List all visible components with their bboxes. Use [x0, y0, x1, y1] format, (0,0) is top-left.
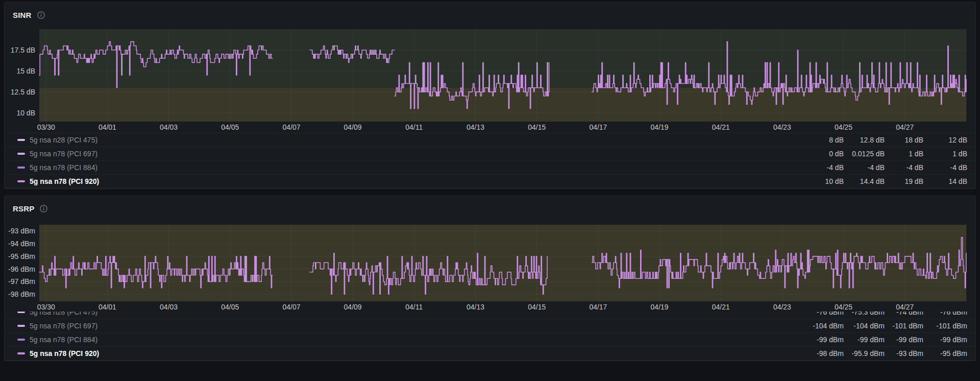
legend-value: -101 dBm	[885, 322, 923, 330]
legend-values: -4 dB-4 dB-4 dB-4 dB	[801, 163, 967, 172]
legend-value: -4 dB	[923, 163, 967, 172]
legend-value: 18 dB	[885, 136, 923, 144]
legend-value: -95.9 dBm	[844, 349, 885, 358]
x-axis-tick-label: 04/11	[405, 303, 423, 311]
x-axis-tick-label: 04/23	[773, 123, 791, 131]
sinr-legend: 5g nsa n28 (PCI 475)8 dB12.8 dB18 dB12 d…	[5, 133, 975, 188]
x-axis-tick-label: 04/19	[651, 123, 669, 131]
legend-item[interactable]: 5g nsa n78 (PCI 884)-99 dBm-99 dBm-99 dB…	[5, 332, 975, 346]
x-axis-tick-label: 04/03	[160, 123, 178, 131]
series-label[interactable]: 5g nsa n78 (PCI 920)	[30, 177, 99, 185]
x-axis-tick-label: 04/09	[344, 303, 362, 311]
x-axis-tick-label: 04/13	[467, 123, 484, 131]
legend-item[interactable]: 5g nsa n78 (PCI 697)0 dB0.0125 dB1 dB1 d…	[5, 147, 975, 160]
x-axis-tick-label: 04/07	[282, 123, 300, 131]
x-axis-tick-label: 04/17	[589, 303, 607, 311]
legend-values: 8 dB12.8 dB18 dB12 dB	[801, 136, 967, 144]
x-axis-tick-label: 03/30	[37, 123, 55, 131]
x-axis-tick-label: 04/21	[712, 303, 730, 311]
legend-item[interactable]: 5g nsa n78 (PCI 884)-4 dB-4 dB-4 dB-4 dB	[5, 160, 975, 174]
y-axis-tick-label: 12.5 dB	[11, 88, 35, 96]
legend-values: -104 dBm-104 dBm-101 dBm-101 dBm	[801, 322, 967, 330]
legend-value: -99 dBm	[801, 336, 844, 344]
y-axis-tick-label: 10 dB	[16, 109, 35, 117]
series-label[interactable]: 5g nsa n78 (PCI 920)	[30, 349, 99, 358]
x-axis-tick-label: 04/05	[221, 123, 239, 131]
panel-rsrp: RSRP -93 dBm-94 dBm-95 dBm-96 dBm-97 dBm…	[4, 196, 976, 361]
x-axis-tick-label: 04/25	[835, 303, 852, 311]
sinr-time-series-plot[interactable]: 17.5 dB15 dB12.5 dB10 dB03/3004/0104/030…	[5, 29, 975, 133]
threshold-zone	[39, 88, 966, 122]
legend-value: -99 dBm	[844, 336, 885, 344]
legend-item[interactable]: 5g nsa n28 (PCI 475)8 dB12.8 dB18 dB12 d…	[5, 133, 975, 147]
x-axis-tick-label: 04/17	[589, 123, 607, 131]
series-label[interactable]: 5g nsa n78 (PCI 697)	[30, 322, 97, 330]
x-axis-tick-label: 04/11	[405, 123, 423, 131]
panel-title[interactable]: RSRP	[13, 204, 34, 213]
series-color-marker[interactable]	[17, 325, 25, 327]
rsrp-legend: 5g nsa n28 (PCI 475)-76 dBm-75.3 dBm-74 …	[5, 305, 975, 361]
series-label[interactable]: 5g nsa n78 (PCI 884)	[30, 336, 97, 344]
legend-value: 12.8 dB	[844, 136, 885, 144]
info-icon-glyph	[37, 11, 45, 19]
x-axis-band	[5, 123, 975, 133]
legend-values: 0 dB0.0125 dB1 dB1 dB	[801, 150, 967, 158]
legend-item[interactable]: 5g nsa n78 (PCI 920)-98 dBm-95.9 dBm-93 …	[5, 346, 975, 360]
legend-value: 10 dB	[801, 177, 844, 185]
x-axis-tick-label: 04/23	[773, 303, 791, 311]
legend-values: -98 dBm-95.9 dBm-93 dBm-95 dBm	[801, 349, 967, 358]
legend-item[interactable]: 5g nsa n78 (PCI 697)-104 dBm-104 dBm-101…	[5, 319, 975, 332]
x-axis-tick-label: 04/19	[651, 303, 669, 311]
y-axis-tick-label: -95 dBm	[8, 252, 35, 260]
info-icon-glyph	[40, 205, 47, 212]
legend-values: 10 dB14.4 dB19 dB14 dB	[801, 177, 967, 185]
series-label[interactable]: 5g nsa n78 (PCI 697)	[30, 150, 97, 158]
legend-value: -98 dBm	[801, 349, 844, 358]
y-axis-tick-label: -96 dBm	[8, 265, 35, 273]
x-axis-tick-label: 04/07	[282, 303, 300, 311]
legend-item[interactable]: 5g nsa n78 (PCI 920)10 dB14.4 dB19 dB14 …	[5, 174, 975, 188]
legend-value: -4 dB	[844, 163, 885, 172]
y-axis-tick-label: -98 dBm	[8, 290, 35, 298]
legend-value: -4 dB	[801, 163, 844, 172]
y-axis-tick-label: -97 dBm	[8, 277, 35, 285]
x-axis-tick-label: 04/15	[528, 123, 546, 131]
panel-title[interactable]: SINR	[13, 11, 32, 19]
x-axis-tick-label: 04/01	[99, 123, 116, 131]
series-label[interactable]: 5g nsa n28 (PCI 475)	[30, 136, 97, 144]
legend-value: 1 dB	[885, 150, 923, 158]
series-color-marker[interactable]	[17, 180, 25, 182]
series-color-marker[interactable]	[17, 166, 25, 169]
x-axis-tick-label: 04/13	[467, 303, 484, 311]
legend-value: -4 dB	[885, 163, 923, 172]
y-axis-tick-label: -93 dBm	[8, 227, 35, 235]
panel-header[interactable]: RSRP	[5, 196, 975, 216]
info-icon[interactable]	[40, 205, 47, 212]
legend-value: 0 dB	[801, 150, 844, 158]
legend-value: -99 dBm	[885, 336, 923, 344]
legend-value: -95 dBm	[923, 349, 967, 358]
x-axis-tick-label: 04/27	[896, 303, 914, 311]
x-axis-tick-label: 04/01	[99, 303, 116, 311]
legend-value: 8 dB	[801, 136, 844, 144]
y-axis-tick-label: -94 dBm	[8, 240, 35, 248]
series-label[interactable]: 5g nsa n78 (PCI 884)	[30, 163, 97, 172]
x-axis-tick-label: 04/21	[712, 123, 730, 131]
legend-value: -99 dBm	[923, 336, 967, 344]
series-color-marker[interactable]	[17, 139, 25, 141]
legend-value: 19 dB	[885, 177, 923, 185]
legend-value: -104 dBm	[844, 322, 885, 330]
x-axis-tick-label: 04/27	[896, 123, 914, 131]
info-icon[interactable]	[37, 11, 45, 19]
series-color-marker[interactable]	[17, 153, 25, 155]
legend-value: 14 dB	[923, 177, 967, 185]
rsrp-time-series-plot[interactable]: -93 dBm-94 dBm-95 dBm-96 dBm-97 dBm-98 d…	[5, 225, 975, 312]
x-axis-tick-label: 04/03	[160, 303, 178, 311]
series-color-marker[interactable]	[17, 352, 25, 354]
panel-header[interactable]: SINR	[5, 3, 975, 22]
legend-value: 14.4 dB	[844, 177, 885, 185]
legend-value: 12 dB	[923, 136, 967, 144]
x-axis-tick-label: 04/05	[221, 303, 239, 311]
x-axis-tick-label: 04/09	[344, 123, 362, 131]
series-color-marker[interactable]	[17, 339, 25, 341]
